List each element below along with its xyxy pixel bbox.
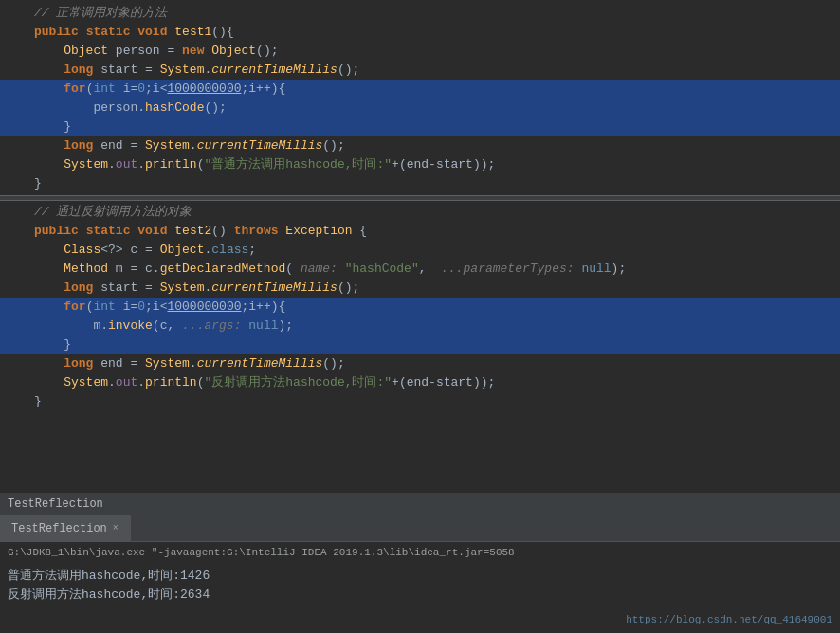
code-line: public static void test1(){ (0, 23, 840, 42)
tab-label: TestReflection (11, 522, 107, 535)
code-line-highlight: person.hashCode(); (0, 99, 840, 118)
code-line: long start = System.currentTimeMillis(); (0, 279, 840, 298)
code-line-highlight: for(int i=0;i<1000000000;i++){ (0, 80, 840, 99)
code-line: // 正常调用对象的方法 (0, 4, 840, 23)
section-separator (0, 195, 840, 201)
code-line-highlight: } (0, 118, 840, 136)
code-editor: // 正常调用对象的方法 public static void test1(){… (0, 0, 840, 493)
code-line: Method m = c.getDeclaredMethod( name: "h… (0, 260, 840, 279)
code-line: } (0, 174, 840, 193)
code-line: Object person = new Object(); (0, 42, 840, 61)
code-line: long end = System.currentTimeMillis(); (0, 136, 840, 155)
code-line-highlight: } (0, 335, 840, 354)
code-line: } (0, 392, 840, 411)
code-line-highlight: for(int i=0;i<1000000000;i++){ (0, 298, 840, 316)
code-line: long end = System.currentTimeMillis(); (0, 354, 840, 373)
watermark: https://blog.csdn.net/qq_41649001 (626, 614, 832, 625)
code-line: System.out.println("普通方法调用hashcode,时间:"+… (0, 155, 840, 174)
run-command-text: G:\JDK8_1\bin\java.exe "-javaagent:G:\In… (8, 547, 515, 558)
code-line: Class<?> c = Object.class; (0, 241, 840, 260)
output-line-2: 反射调用方法hashcode,时间:2634 (8, 586, 832, 605)
code-line-highlight: m.invoke(c, ...args: null); (0, 316, 840, 335)
output-line-1: 普通方法调用hashcode,时间:1426 (8, 567, 832, 586)
code-line: public static void test2() throws Except… (0, 222, 840, 241)
tabs-bar[interactable]: TestReflection × (0, 515, 840, 542)
code-line: System.out.println("反射调用方法hashcode,时间:"+… (0, 373, 840, 392)
code-line: long start = System.currentTimeMillis(); (0, 61, 840, 80)
code-line: // 通过反射调用方法的对象 (0, 203, 840, 222)
run-command-bar: G:\JDK8_1\bin\java.exe "-javaagent:G:\In… (0, 542, 840, 563)
tab-close-button[interactable]: × (113, 523, 119, 534)
bottom-panel: TestReflection TestReflection × G:\JDK8_… (0, 493, 840, 633)
panel-title-bar: TestReflection (0, 493, 840, 515)
panel-title: TestReflection (8, 497, 103, 511)
tab-testreflection[interactable]: TestReflection × (0, 515, 131, 542)
